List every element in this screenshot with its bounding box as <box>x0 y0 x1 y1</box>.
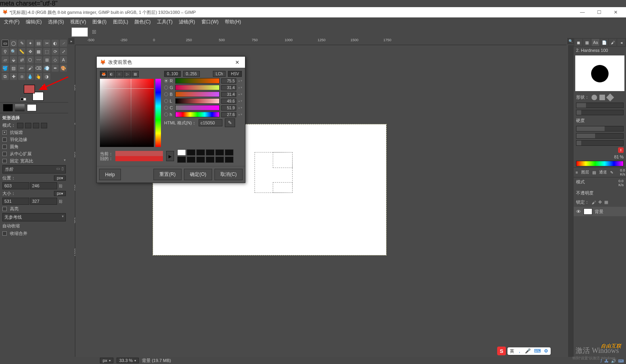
value-g[interactable]: 31.4 <box>221 85 236 90</box>
picker-tab-cmyk[interactable]: ◐ <box>108 71 115 77</box>
spinner-c[interactable]: ▲▼ <box>238 107 242 109</box>
radio-h[interactable] <box>164 112 168 116</box>
menu-help[interactable]: 帮助(H) <box>222 18 244 26</box>
tool-ink[interactable]: ✒ <box>52 65 59 72</box>
tool-heal[interactable]: ✚ <box>10 73 17 80</box>
orient-landscape-icon[interactable]: ▭ <box>56 166 60 172</box>
tool-crop[interactable]: ⬚ <box>43 48 50 55</box>
palette-swatch[interactable] <box>187 156 195 163</box>
spinner-b[interactable]: ▲▼ <box>238 93 242 95</box>
layers-tab-label[interactable]: 图层 <box>580 169 590 175</box>
tool-rotate[interactable]: ⟳ <box>52 48 59 55</box>
palette-swatch[interactable] <box>215 156 224 163</box>
highlight-checkbox[interactable] <box>2 207 7 211</box>
ime-settings-icon[interactable]: ⚙ <box>544 348 548 354</box>
guides-dropdown[interactable]: 无参考线▾ <box>2 213 66 221</box>
palette-swatch[interactable] <box>187 149 195 156</box>
palette-swatch[interactable] <box>196 149 205 156</box>
ime-comma[interactable]: ， <box>517 348 522 354</box>
ok-button[interactable]: 确定(O) <box>184 169 212 180</box>
brush-chip[interactable] <box>3 104 13 111</box>
dialog-close-button[interactable]: ✕ <box>232 58 242 66</box>
swap-colors-icon[interactable]: ↺ <box>42 84 45 88</box>
angle-slider[interactable] <box>576 140 624 146</box>
reset-colors-icon[interactable] <box>21 98 26 101</box>
tool-smudge[interactable]: 👆 <box>35 73 42 80</box>
tool-flip[interactable]: ⇄ <box>18 56 25 63</box>
tool-move[interactable]: ✥ <box>27 48 34 55</box>
cancel-button[interactable]: 取消(C) <box>214 169 243 180</box>
value-r[interactable]: 75.5 <box>221 78 236 84</box>
menu-tools[interactable]: 工具(T) <box>154 18 176 26</box>
menu-filters[interactable]: 滤镜(R) <box>176 18 198 26</box>
pos-chain-icon[interactable]: ⛓ <box>58 182 63 189</box>
spinner-r[interactable]: ▲▼ <box>238 80 242 82</box>
value-b[interactable]: 31.4 <box>221 92 236 97</box>
size-w-input[interactable] <box>2 198 29 205</box>
menu-edit[interactable]: 编辑(E) <box>23 18 45 26</box>
tool-gradient[interactable]: ▨ <box>10 65 17 72</box>
radio-b[interactable] <box>164 92 168 96</box>
status-zoom-dropdown[interactable]: 33.3 % ▾ <box>117 358 139 363</box>
spinner-g[interactable]: ▲▼ <box>238 87 242 89</box>
tool-bucket[interactable]: 🪣 <box>2 65 9 72</box>
picker-tab-watercolor[interactable]: ○ <box>116 71 123 77</box>
position-unit[interactable]: px ▾ <box>54 175 66 181</box>
palette-swatch[interactable] <box>196 156 205 163</box>
rp-tab-patterns[interactable]: ▦ <box>583 39 591 46</box>
tool-fuzzy-select[interactable]: ✦ <box>27 40 34 47</box>
ruler-horizontal[interactable]: -500 -250 0 250 500 750 1000 1250 1500 1… <box>75 38 567 45</box>
ime-mic-icon[interactable]: 🎤 <box>525 348 531 354</box>
reset-button[interactable]: 重置(R) <box>153 169 182 180</box>
tool-handle[interactable]: ⊞ <box>43 56 50 63</box>
channels-tab-icon[interactable]: ▤ <box>591 170 597 175</box>
tool-perspective-clone[interactable]: ⧈ <box>18 73 25 80</box>
color-bar[interactable] <box>576 161 624 166</box>
tray-lang-icon[interactable]: ⌨ <box>618 359 624 363</box>
fixed-checkbox[interactable] <box>2 159 7 163</box>
tool-measure[interactable]: 📏 <box>18 48 25 55</box>
scrollbar-vertical[interactable] <box>568 45 574 357</box>
tool-align[interactable]: ▦ <box>35 48 42 55</box>
shape-circle-icon[interactable] <box>592 95 597 100</box>
radio-l[interactable] <box>164 99 168 103</box>
ime-kbd-icon[interactable]: ⌨ <box>534 348 541 354</box>
radio-r[interactable] <box>164 79 168 83</box>
hue-slider[interactable] <box>155 79 161 147</box>
paths-tab-icon[interactable]: ✎ <box>609 170 615 175</box>
tool-unified[interactable]: ◇ <box>52 56 59 63</box>
slider-r[interactable] <box>175 78 220 84</box>
zoom-toggle-corner[interactable]: 🔍 <box>567 38 574 44</box>
model-lch-button[interactable]: LCh <box>213 71 226 77</box>
warning-badge[interactable]: ! <box>618 147 624 153</box>
tray-up-icon[interactable]: ⤴ <box>600 359 602 363</box>
palette-swatch[interactable] <box>206 149 214 156</box>
picker-tab-gimp[interactable]: 🦊 <box>100 71 107 77</box>
tool-rect-select[interactable]: ▭ <box>2 40 9 47</box>
tray-vol-icon[interactable]: 🔊 <box>611 359 616 363</box>
tool-paths[interactable]: ⟋ <box>60 40 67 47</box>
layer-item-background[interactable]: 👁 背景 <box>574 207 626 216</box>
rp-tab-history[interactable]: 📄 <box>600 39 608 46</box>
palette-swatch[interactable] <box>215 149 224 156</box>
tool-shear[interactable]: ▱ <box>2 56 9 63</box>
aspect-slider[interactable] <box>576 133 624 139</box>
add-to-palette-button[interactable]: ▸ <box>166 151 174 161</box>
size-h-input[interactable] <box>30 198 57 205</box>
tool-scale[interactable]: ⤢ <box>60 48 67 55</box>
ruler-vertical[interactable]: -250 0 250 500 750 1000 <box>68 45 75 357</box>
menu-color[interactable]: 颜色(C) <box>131 18 154 26</box>
maximize-button[interactable]: ☐ <box>591 8 607 17</box>
gradient-chip[interactable] <box>27 104 36 111</box>
feather-checkbox[interactable] <box>2 137 7 142</box>
slider-b[interactable] <box>175 91 220 97</box>
palette-swatch[interactable] <box>206 156 214 163</box>
foreground-color-swatch[interactable] <box>24 85 35 93</box>
menu-layer[interactable]: 图层(L) <box>110 18 132 26</box>
palette-swatch[interactable] <box>225 149 234 156</box>
fixed-dropdown[interactable]: 宽高比▾ <box>20 158 66 164</box>
range-0-255-button[interactable]: 0..255 <box>183 71 200 77</box>
spikes-slider[interactable] <box>576 110 624 115</box>
value-h[interactable]: 27.6 <box>221 112 236 117</box>
tool-foreground[interactable]: ◐ <box>52 40 59 47</box>
